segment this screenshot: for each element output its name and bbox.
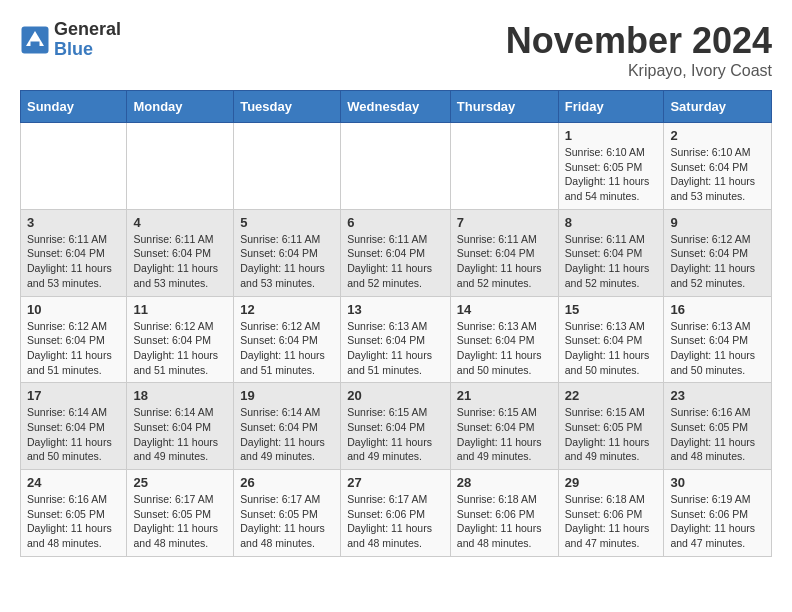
calendar-cell: 22Sunrise: 6:15 AM Sunset: 6:05 PM Dayli… [558,383,664,470]
day-detail: Sunrise: 6:11 AM Sunset: 6:04 PM Dayligh… [27,232,120,291]
title-section: November 2024 Kripayo, Ivory Coast [506,20,772,80]
calendar-cell: 24Sunrise: 6:16 AM Sunset: 6:05 PM Dayli… [21,470,127,557]
day-detail: Sunrise: 6:12 AM Sunset: 6:04 PM Dayligh… [27,319,120,378]
calendar-cell: 17Sunrise: 6:14 AM Sunset: 6:04 PM Dayli… [21,383,127,470]
calendar-cell: 7Sunrise: 6:11 AM Sunset: 6:04 PM Daylig… [450,209,558,296]
day-number: 14 [457,302,552,317]
header-sunday: Sunday [21,91,127,123]
calendar-cell [341,123,451,210]
day-number: 1 [565,128,658,143]
calendar-cell: 20Sunrise: 6:15 AM Sunset: 6:04 PM Dayli… [341,383,451,470]
day-number: 18 [133,388,227,403]
day-number: 27 [347,475,444,490]
logo-text: General Blue [54,20,121,60]
week-row: 3Sunrise: 6:11 AM Sunset: 6:04 PM Daylig… [21,209,772,296]
calendar-cell: 11Sunrise: 6:12 AM Sunset: 6:04 PM Dayli… [127,296,234,383]
calendar-cell [21,123,127,210]
calendar-cell: 19Sunrise: 6:14 AM Sunset: 6:04 PM Dayli… [234,383,341,470]
day-number: 9 [670,215,765,230]
day-detail: Sunrise: 6:13 AM Sunset: 6:04 PM Dayligh… [565,319,658,378]
day-number: 11 [133,302,227,317]
week-row: 1Sunrise: 6:10 AM Sunset: 6:05 PM Daylig… [21,123,772,210]
day-number: 12 [240,302,334,317]
calendar-cell: 12Sunrise: 6:12 AM Sunset: 6:04 PM Dayli… [234,296,341,383]
week-row: 17Sunrise: 6:14 AM Sunset: 6:04 PM Dayli… [21,383,772,470]
day-detail: Sunrise: 6:15 AM Sunset: 6:04 PM Dayligh… [457,405,552,464]
day-number: 4 [133,215,227,230]
day-number: 30 [670,475,765,490]
day-number: 8 [565,215,658,230]
calendar-cell [127,123,234,210]
day-detail: Sunrise: 6:16 AM Sunset: 6:05 PM Dayligh… [670,405,765,464]
day-detail: Sunrise: 6:14 AM Sunset: 6:04 PM Dayligh… [27,405,120,464]
day-detail: Sunrise: 6:11 AM Sunset: 6:04 PM Dayligh… [240,232,334,291]
calendar-cell [450,123,558,210]
day-number: 6 [347,215,444,230]
day-number: 29 [565,475,658,490]
day-number: 17 [27,388,120,403]
calendar-cell: 5Sunrise: 6:11 AM Sunset: 6:04 PM Daylig… [234,209,341,296]
header-row: SundayMondayTuesdayWednesdayThursdayFrid… [21,91,772,123]
calendar-cell: 15Sunrise: 6:13 AM Sunset: 6:04 PM Dayli… [558,296,664,383]
calendar-cell: 8Sunrise: 6:11 AM Sunset: 6:04 PM Daylig… [558,209,664,296]
day-detail: Sunrise: 6:18 AM Sunset: 6:06 PM Dayligh… [457,492,552,551]
calendar-cell: 29Sunrise: 6:18 AM Sunset: 6:06 PM Dayli… [558,470,664,557]
calendar-cell: 13Sunrise: 6:13 AM Sunset: 6:04 PM Dayli… [341,296,451,383]
day-detail: Sunrise: 6:17 AM Sunset: 6:05 PM Dayligh… [240,492,334,551]
logo: General Blue [20,20,121,60]
day-number: 7 [457,215,552,230]
calendar-table: SundayMondayTuesdayWednesdayThursdayFrid… [20,90,772,557]
day-detail: Sunrise: 6:14 AM Sunset: 6:04 PM Dayligh… [133,405,227,464]
day-detail: Sunrise: 6:13 AM Sunset: 6:04 PM Dayligh… [347,319,444,378]
day-detail: Sunrise: 6:15 AM Sunset: 6:05 PM Dayligh… [565,405,658,464]
day-number: 10 [27,302,120,317]
calendar-cell: 21Sunrise: 6:15 AM Sunset: 6:04 PM Dayli… [450,383,558,470]
calendar-cell: 26Sunrise: 6:17 AM Sunset: 6:05 PM Dayli… [234,470,341,557]
week-row: 24Sunrise: 6:16 AM Sunset: 6:05 PM Dayli… [21,470,772,557]
day-detail: Sunrise: 6:15 AM Sunset: 6:04 PM Dayligh… [347,405,444,464]
logo-blue: Blue [54,40,121,60]
calendar-cell: 18Sunrise: 6:14 AM Sunset: 6:04 PM Dayli… [127,383,234,470]
calendar-cell: 30Sunrise: 6:19 AM Sunset: 6:06 PM Dayli… [664,470,772,557]
day-detail: Sunrise: 6:10 AM Sunset: 6:04 PM Dayligh… [670,145,765,204]
day-detail: Sunrise: 6:11 AM Sunset: 6:04 PM Dayligh… [347,232,444,291]
calendar-cell: 14Sunrise: 6:13 AM Sunset: 6:04 PM Dayli… [450,296,558,383]
calendar-cell: 1Sunrise: 6:10 AM Sunset: 6:05 PM Daylig… [558,123,664,210]
calendar-cell: 9Sunrise: 6:12 AM Sunset: 6:04 PM Daylig… [664,209,772,296]
week-row: 10Sunrise: 6:12 AM Sunset: 6:04 PM Dayli… [21,296,772,383]
day-number: 16 [670,302,765,317]
day-detail: Sunrise: 6:14 AM Sunset: 6:04 PM Dayligh… [240,405,334,464]
day-detail: Sunrise: 6:11 AM Sunset: 6:04 PM Dayligh… [457,232,552,291]
day-detail: Sunrise: 6:16 AM Sunset: 6:05 PM Dayligh… [27,492,120,551]
day-detail: Sunrise: 6:19 AM Sunset: 6:06 PM Dayligh… [670,492,765,551]
calendar-header: SundayMondayTuesdayWednesdayThursdayFrid… [21,91,772,123]
day-number: 15 [565,302,658,317]
day-number: 23 [670,388,765,403]
calendar-cell: 16Sunrise: 6:13 AM Sunset: 6:04 PM Dayli… [664,296,772,383]
calendar-cell: 25Sunrise: 6:17 AM Sunset: 6:05 PM Dayli… [127,470,234,557]
day-detail: Sunrise: 6:17 AM Sunset: 6:05 PM Dayligh… [133,492,227,551]
month-title: November 2024 [506,20,772,62]
day-detail: Sunrise: 6:11 AM Sunset: 6:04 PM Dayligh… [133,232,227,291]
header-tuesday: Tuesday [234,91,341,123]
header-friday: Friday [558,91,664,123]
day-number: 25 [133,475,227,490]
day-number: 24 [27,475,120,490]
day-number: 19 [240,388,334,403]
calendar-cell: 23Sunrise: 6:16 AM Sunset: 6:05 PM Dayli… [664,383,772,470]
calendar-cell: 2Sunrise: 6:10 AM Sunset: 6:04 PM Daylig… [664,123,772,210]
header-saturday: Saturday [664,91,772,123]
svg-rect-2 [31,41,40,47]
day-detail: Sunrise: 6:12 AM Sunset: 6:04 PM Dayligh… [133,319,227,378]
day-number: 22 [565,388,658,403]
day-number: 21 [457,388,552,403]
logo-general: General [54,20,121,40]
day-detail: Sunrise: 6:18 AM Sunset: 6:06 PM Dayligh… [565,492,658,551]
header-monday: Monday [127,91,234,123]
calendar-cell: 28Sunrise: 6:18 AM Sunset: 6:06 PM Dayli… [450,470,558,557]
day-number: 3 [27,215,120,230]
calendar-cell: 3Sunrise: 6:11 AM Sunset: 6:04 PM Daylig… [21,209,127,296]
location: Kripayo, Ivory Coast [506,62,772,80]
calendar-cell [234,123,341,210]
day-detail: Sunrise: 6:11 AM Sunset: 6:04 PM Dayligh… [565,232,658,291]
